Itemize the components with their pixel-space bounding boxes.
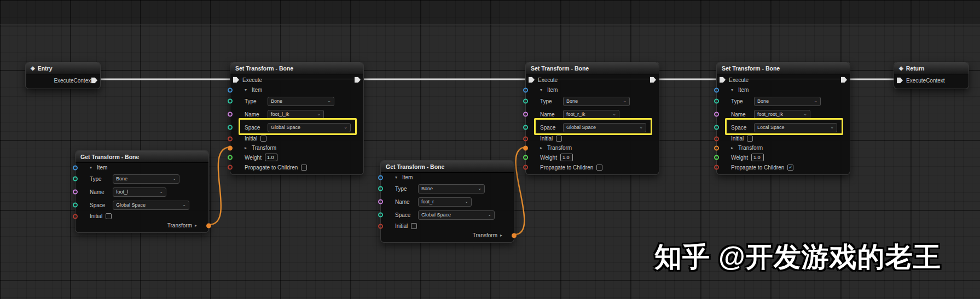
- name-pin-icon[interactable]: [228, 112, 233, 117]
- node-title-bar[interactable]: Get Transform - Bone: [76, 151, 208, 163]
- expander-open-icon[interactable]: ▾: [540, 88, 545, 92]
- space-dropdown[interactable]: Local Space ⌄: [754, 123, 837, 132]
- node-title-bar[interactable]: ◈ Entry: [26, 62, 100, 74]
- node-title-bar[interactable]: Set Transform - Bone: [717, 62, 850, 74]
- type-dropdown[interactable]: Bone ⌄: [113, 174, 179, 184]
- name-pin-icon[interactable]: [378, 200, 383, 204]
- transform-pin-icon[interactable]: [206, 223, 211, 228]
- transform-pin-icon[interactable]: [512, 233, 517, 238]
- item-pin-icon[interactable]: [228, 87, 233, 92]
- node-title-bar[interactable]: Get Transform - Bone: [381, 161, 514, 173]
- exec-out-pin-icon[interactable]: [650, 77, 656, 83]
- expander-closed-icon[interactable]: ▸: [245, 146, 250, 150]
- space-pin-icon[interactable]: [228, 125, 233, 130]
- exec-in-pin-icon[interactable]: [720, 77, 726, 83]
- name-dropdown[interactable]: foot_l ⌄: [113, 187, 166, 197]
- chevron-down-icon: ⌄: [639, 125, 643, 130]
- initial-pin-icon[interactable]: [714, 136, 719, 141]
- name-pin-icon[interactable]: [714, 112, 719, 117]
- expander-closed-icon[interactable]: ▸: [195, 224, 200, 228]
- space-dropdown[interactable]: Global Space ⌄: [268, 123, 351, 132]
- type-dropdown[interactable]: Bone ⌄: [563, 97, 630, 106]
- exec-in-pin-icon[interactable]: [233, 77, 239, 83]
- name-dropdown[interactable]: foot_l_ik ⌄: [268, 110, 324, 119]
- initial-checkbox[interactable]: [106, 213, 112, 219]
- name-dropdown[interactable]: foot_root_ik ⌄: [754, 110, 810, 119]
- space-row: Space Global Space ⌄: [381, 208, 514, 221]
- expander-open-icon[interactable]: ▾: [395, 175, 400, 180]
- exec-in-pin-icon[interactable]: [529, 77, 535, 83]
- type-pin-icon[interactable]: [73, 177, 78, 181]
- propagate-pin-icon[interactable]: [228, 165, 233, 170]
- node-set-transform-bone-2[interactable]: Set Transform - Bone Execute ▾ Item Type…: [525, 62, 659, 175]
- expander-open-icon[interactable]: ▾: [245, 88, 250, 92]
- exec-in-pin-icon[interactable]: [897, 78, 903, 84]
- transform-wire-2[interactable]: [514, 147, 526, 234]
- node-return[interactable]: ◈ Return ExecuteContext: [894, 62, 969, 89]
- exec-out-pin-icon[interactable]: [841, 77, 847, 83]
- item-pin-icon[interactable]: [714, 87, 719, 92]
- item-pin-icon[interactable]: [378, 175, 383, 180]
- space-dropdown[interactable]: Global Space ⌄: [418, 210, 495, 220]
- weight-input[interactable]: 1.0: [751, 154, 764, 161]
- name-row: Name foot_r ⌄: [381, 195, 514, 208]
- space-pin-icon[interactable]: [523, 125, 528, 130]
- type-pin-icon[interactable]: [378, 186, 383, 191]
- exec-out-pin-icon[interactable]: [355, 77, 361, 83]
- node-get-transform-bone-1[interactable]: Get Transform - Bone ▾ Item Type Bone ⌄ …: [75, 150, 209, 233]
- initial-pin-icon[interactable]: [228, 136, 233, 141]
- weight-input[interactable]: 1.0: [265, 154, 277, 161]
- item-pin-icon[interactable]: [73, 165, 78, 170]
- expander-closed-icon[interactable]: ▸: [731, 146, 736, 150]
- initial-checkbox[interactable]: [411, 223, 417, 229]
- initial-checkbox[interactable]: [747, 136, 753, 142]
- initial-pin-icon[interactable]: [378, 224, 383, 228]
- name-pin-icon[interactable]: [73, 190, 78, 195]
- initial-checkbox[interactable]: [556, 136, 562, 142]
- space-dropdown[interactable]: Global Space ⌄: [113, 201, 189, 210]
- weight-pin-icon[interactable]: [523, 155, 528, 160]
- node-set-transform-bone-3[interactable]: Set Transform - Bone Execute ▾ Item Type…: [716, 62, 850, 175]
- node-title-bar[interactable]: Set Transform - Bone: [526, 62, 659, 74]
- space-pin-icon[interactable]: [73, 203, 78, 208]
- type-pin-icon[interactable]: [228, 99, 233, 104]
- initial-pin-icon[interactable]: [523, 136, 528, 141]
- type-dropdown[interactable]: Bone ⌄: [268, 97, 334, 106]
- space-pin-icon[interactable]: [378, 213, 383, 218]
- name-dropdown[interactable]: foot_r ⌄: [418, 197, 472, 207]
- expander-open-icon[interactable]: ▾: [731, 88, 736, 92]
- propagate-pin-icon[interactable]: [714, 165, 719, 170]
- expander-open-icon[interactable]: ▾: [90, 166, 95, 170]
- item-pin-icon[interactable]: [523, 87, 528, 92]
- name-pin-icon[interactable]: [523, 112, 528, 117]
- type-dropdown[interactable]: Bone ⌄: [418, 184, 485, 194]
- initial-pin-icon[interactable]: [73, 214, 78, 219]
- propagate-checkbox[interactable]: [596, 165, 602, 171]
- initial-checkbox[interactable]: [260, 136, 266, 142]
- propagate-checkbox[interactable]: [301, 165, 307, 171]
- expander-closed-icon[interactable]: ▸: [500, 233, 505, 238]
- transform-pin-icon[interactable]: [523, 145, 528, 150]
- node-get-transform-bone-2[interactable]: Get Transform - Bone ▾ Item Type Bone ⌄ …: [380, 160, 514, 243]
- blueprint-graph-canvas[interactable]: ◈ Entry ExecuteContext Set Transform - B…: [0, 0, 980, 299]
- type-dropdown[interactable]: Bone ⌄: [754, 97, 821, 106]
- propagate-checkbox[interactable]: ✓: [787, 165, 793, 171]
- type-pin-icon[interactable]: [523, 99, 528, 104]
- node-title-bar[interactable]: ◈ Return: [894, 62, 969, 74]
- node-entry[interactable]: ◈ Entry ExecuteContext: [25, 62, 101, 89]
- exec-out-pin-icon[interactable]: [91, 78, 97, 84]
- weight-input[interactable]: 1.0: [560, 154, 573, 161]
- propagate-pin-icon[interactable]: [523, 165, 528, 170]
- node-title-bar[interactable]: Set Transform - Bone: [230, 62, 363, 74]
- transform-pin-icon[interactable]: [228, 145, 233, 150]
- node-set-transform-bone-1[interactable]: Set Transform - Bone Execute ▾ Item Type…: [230, 62, 364, 175]
- space-pin-icon[interactable]: [714, 125, 719, 130]
- space-dropdown[interactable]: Global Space ⌄: [563, 123, 646, 132]
- name-dropdown[interactable]: foot_r_ik ⌄: [563, 110, 619, 119]
- expander-closed-icon[interactable]: ▸: [540, 146, 545, 150]
- space-row: Space Global Space ⌄: [230, 121, 363, 134]
- weight-pin-icon[interactable]: [228, 155, 233, 160]
- type-pin-icon[interactable]: [714, 99, 719, 104]
- weight-pin-icon[interactable]: [714, 155, 719, 160]
- transform-pin-icon[interactable]: [714, 145, 719, 150]
